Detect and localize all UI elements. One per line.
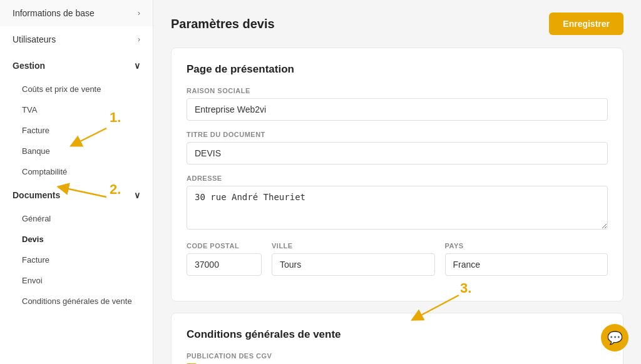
chat-bubble-button[interactable]: 💬 (601, 324, 628, 351)
sidebar-item-envoi[interactable]: Envoi (0, 270, 153, 291)
label-raison-sociale: RAISON SOCIALE (187, 87, 608, 94)
sidebar-item-general[interactable]: Général (0, 208, 153, 229)
label-titre-document: TITRE DU DOCUMENT (187, 131, 608, 138)
label-ville: VILLE (272, 242, 435, 250)
sidebar-item-label: Utilisateurs (13, 34, 56, 44)
sidebar-item-facture-gestion[interactable]: Facture (0, 120, 153, 141)
sidebar-item-utilisateurs[interactable]: Utilisateurs › (0, 26, 153, 53)
chevron-right-icon: › (138, 35, 140, 44)
field-raison-sociale: RAISON SOCIALE (187, 87, 608, 121)
chevron-down-icon: ∨ (134, 190, 140, 200)
sidebar-item-label: Informations de base (13, 8, 95, 18)
page-header: Paramètres devis Enregistrer (171, 13, 623, 35)
gestion-sub-items: Coûts et prix de vente TVA Facture Banqu… (0, 79, 153, 182)
sidebar-item-devis[interactable]: Devis (0, 229, 153, 250)
chevron-down-icon: ∨ (134, 61, 140, 71)
label-code-postal: CODE POSTAL (187, 242, 262, 250)
main-content: Paramètres devis Enregistrer Page de pré… (153, 0, 641, 364)
section-label: Documents (13, 190, 60, 200)
field-pays: PAYS (445, 242, 608, 276)
card-title-presentation: Page de présentation (187, 63, 608, 76)
sidebar-section-documents[interactable]: Documents ∨ (0, 182, 153, 208)
label-publication-cgv: PUBLICATION DES CGV (187, 352, 608, 360)
chevron-right-icon: › (138, 9, 140, 18)
input-titre-document[interactable] (187, 142, 608, 164)
sidebar-item-tva[interactable]: TVA (0, 99, 153, 120)
chat-icon: 💬 (607, 330, 623, 345)
field-code-postal: CODE POSTAL (187, 242, 262, 276)
save-button[interactable]: Enregistrer (549, 13, 623, 35)
label-pays: PAYS (445, 242, 608, 250)
documents-sub-items: Général Devis Facture Envoi Conditions g… (0, 208, 153, 311)
section-label: Gestion (13, 61, 45, 71)
address-row: CODE POSTAL VILLE PAYS (187, 242, 608, 286)
card-title-cgv: Conditions générales de vente (187, 328, 608, 341)
card-presentation: Page de présentation RAISON SOCIALE TITR… (171, 48, 623, 301)
sidebar-item-cgv[interactable]: Conditions générales de vente (0, 291, 153, 311)
input-code-postal[interactable] (187, 253, 262, 276)
sidebar-section-gestion[interactable]: Gestion ∨ (0, 53, 153, 79)
sidebar-item-facture-doc[interactable]: Facture (0, 250, 153, 270)
field-ville: VILLE (272, 242, 435, 276)
sidebar-item-comptabilite[interactable]: Comptabilité (0, 161, 153, 182)
input-adresse[interactable]: 30 rue André Theuriet (187, 186, 608, 230)
page-title: Paramètres devis (171, 17, 275, 31)
field-titre-document: TITRE DU DOCUMENT (187, 131, 608, 164)
field-adresse: ADRESSE 30 rue André Theuriet (187, 174, 608, 232)
sidebar-item-informations-de-base[interactable]: Informations de base › (0, 0, 153, 26)
input-raison-sociale[interactable] (187, 98, 608, 121)
sidebar: Informations de base › Utilisateurs › Ge… (0, 0, 153, 364)
card-cgv: Conditions générales de vente PUBLICATIO… (171, 313, 623, 364)
sidebar-item-couts-prix[interactable]: Coûts et prix de vente (0, 79, 153, 99)
label-adresse: ADRESSE (187, 174, 608, 182)
input-pays[interactable] (445, 253, 608, 276)
input-ville[interactable] (272, 253, 435, 276)
sidebar-item-banque[interactable]: Banque (0, 141, 153, 161)
